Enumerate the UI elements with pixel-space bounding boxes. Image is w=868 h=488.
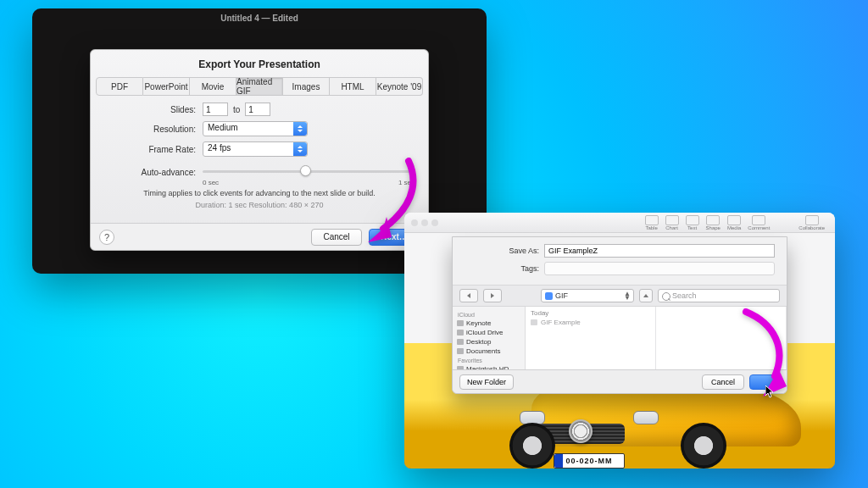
help-button[interactable]: ? [99, 230, 114, 245]
minimize-icon[interactable] [421, 219, 428, 226]
cancel-button[interactable]: Cancel [702, 374, 744, 390]
car-emblem-icon [569, 419, 593, 443]
cancel-button[interactable]: Cancel [311, 229, 362, 246]
location-bar: GIF ▲▼ Search [453, 285, 787, 307]
window-title: Untitled 4 — Edited [32, 14, 487, 23]
slider-max-label: 1 sec [398, 179, 415, 186]
nav-back-button[interactable] [459, 289, 478, 302]
resolution-label: Resolution: [104, 125, 203, 134]
column-date-header: Today [526, 309, 655, 319]
toolbar-item-table[interactable]: Table [645, 215, 659, 230]
autoadvance-label: Auto-advance: [104, 168, 203, 177]
tab-keynote09[interactable]: Keynote '09 [376, 77, 423, 96]
sidebar-header-favorites: Favorites [453, 356, 525, 364]
slides-label: Slides: [104, 105, 203, 114]
slider-thumb[interactable] [300, 165, 311, 176]
framerate-label: Frame Rate: [104, 145, 203, 154]
slides-to-word: to [233, 105, 240, 114]
location-popup[interactable]: GIF ▲▼ [541, 289, 634, 302]
tab-images[interactable]: Images [283, 77, 330, 96]
tags-input[interactable] [544, 262, 775, 275]
keynote-save-window: Table Chart Text Shape Media Comment Col… [404, 213, 835, 469]
close-icon[interactable] [411, 219, 418, 226]
cursor-icon [765, 385, 776, 399]
save-as-input[interactable] [544, 244, 775, 258]
toolbar-item-media[interactable]: Media [727, 215, 741, 230]
nav-up-button[interactable] [639, 289, 653, 302]
export-format-tabs: PDF PowerPoint Movie Animated GIF Images… [91, 77, 428, 96]
new-folder-button[interactable]: New Folder [459, 374, 514, 390]
tab-pdf[interactable]: PDF [96, 77, 143, 96]
sidebar-item-keynote[interactable]: Keynote [453, 319, 525, 328]
toolbar-item-chart[interactable]: Chart [665, 215, 679, 230]
save-sheet: Save As: Tags: GIF ▲▼ Search [452, 236, 787, 394]
sidebar-header-icloud: iCloud [453, 310, 525, 319]
sheet-footer: ? Cancel Next… [91, 223, 428, 250]
nav-forward-button[interactable] [483, 289, 502, 302]
zoom-icon[interactable] [431, 219, 438, 226]
license-plate: 00-020-MM [554, 453, 625, 469]
slides-from-input[interactable] [203, 103, 228, 116]
export-sheet: Export Your Presentation PDF PowerPoint … [90, 49, 429, 251]
updown-icon [293, 122, 307, 136]
tab-powerpoint[interactable]: PowerPoint [143, 77, 190, 96]
sidebar-item-desktop[interactable]: Desktop [453, 337, 525, 347]
save-sheet-footer: New Folder Cancel [453, 369, 787, 393]
updown-icon [293, 142, 307, 156]
autoadvance-slider[interactable]: 0 sec 1 sec [203, 162, 415, 182]
toolbar-item-shape[interactable]: Shape [706, 215, 721, 230]
toolbar-item-comment[interactable]: Comment [748, 215, 770, 230]
slider-min-label: 0 sec [203, 179, 219, 186]
search-input[interactable]: Search [658, 289, 780, 302]
sidebar-item-documents[interactable]: Documents [453, 347, 525, 356]
resolution-select[interactable]: Medium [203, 121, 308, 136]
tab-animated-gif[interactable]: Animated GIF [236, 77, 283, 96]
export-form: Slides: to Resolution: Medium Frame Rate… [91, 96, 428, 213]
toolbar: Table Chart Text Shape Media Comment Col… [404, 213, 835, 233]
tags-label: Tags: [465, 264, 544, 273]
tab-html[interactable]: HTML [330, 77, 376, 96]
toolbar-item-collaborate[interactable]: Collaborate [798, 215, 825, 230]
sheet-title: Export Your Presentation [91, 50, 428, 77]
slides-to-input[interactable] [245, 103, 270, 116]
save-as-label: Save As: [465, 247, 544, 255]
updown-icon: ▲▼ [624, 291, 631, 300]
framerate-select[interactable]: 24 fps [203, 141, 308, 157]
window-controls[interactable] [411, 219, 438, 226]
sidebar-item-iclouddrive[interactable]: iCloud Drive [453, 328, 525, 337]
file-item[interactable]: GIF Example [526, 319, 655, 326]
tab-movie[interactable]: Movie [190, 77, 236, 96]
export-meta: Duration: 1 sec Resolution: 480 × 270 [104, 201, 415, 209]
timing-hint: Timing applies to click events for advan… [104, 189, 415, 197]
toolbar-item-text[interactable]: Text [686, 215, 699, 230]
